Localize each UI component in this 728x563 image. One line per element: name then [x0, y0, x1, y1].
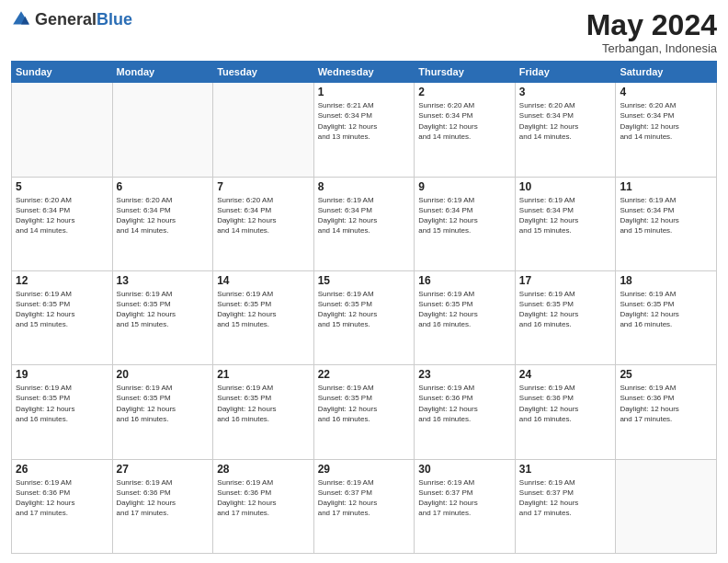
calendar-week-row: 1Sunrise: 6:21 AM Sunset: 6:34 PM Daylig… — [12, 83, 717, 177]
weekday-header: Sunday — [12, 62, 113, 83]
day-info: Sunrise: 6:19 AM Sunset: 6:36 PM Dayligh… — [217, 477, 310, 519]
day-number: 27 — [117, 463, 210, 476]
day-info: Sunrise: 6:19 AM Sunset: 6:35 PM Dayligh… — [217, 383, 310, 424]
calendar-table: SundayMondayTuesdayWednesdayThursdayFrid… — [11, 61, 717, 554]
day-number: 22 — [318, 368, 411, 381]
calendar-cell: 7Sunrise: 6:20 AM Sunset: 6:34 PM Daylig… — [213, 177, 314, 270]
day-number: 28 — [217, 463, 310, 476]
page: GeneralBlue May 2024 Terbangan, Indonesi… — [0, 0, 728, 563]
calendar-cell: 10Sunrise: 6:19 AM Sunset: 6:34 PM Dayli… — [515, 177, 616, 270]
day-number: 5 — [16, 180, 108, 193]
calendar-cell: 22Sunrise: 6:19 AM Sunset: 6:35 PM Dayli… — [313, 365, 415, 459]
calendar-cell: 17Sunrise: 6:19 AM Sunset: 6:35 PM Dayli… — [515, 270, 616, 364]
calendar-cell — [616, 459, 717, 553]
logo: GeneralBlue — [11, 9, 132, 29]
day-info: Sunrise: 6:19 AM Sunset: 6:37 PM Dayligh… — [418, 477, 511, 519]
calendar-cell: 12Sunrise: 6:19 AM Sunset: 6:35 PM Dayli… — [12, 270, 113, 364]
day-number: 7 — [217, 180, 310, 193]
day-number: 12 — [16, 274, 108, 287]
calendar-cell: 27Sunrise: 6:19 AM Sunset: 6:36 PM Dayli… — [112, 459, 213, 553]
calendar-cell: 1Sunrise: 6:21 AM Sunset: 6:34 PM Daylig… — [313, 83, 415, 177]
day-info: Sunrise: 6:19 AM Sunset: 6:35 PM Dayligh… — [318, 289, 411, 330]
day-number: 13 — [117, 274, 210, 287]
title-location: Terbangan, Indonesia — [586, 41, 717, 55]
day-info: Sunrise: 6:19 AM Sunset: 6:35 PM Dayligh… — [16, 289, 108, 330]
day-info: Sunrise: 6:19 AM Sunset: 6:34 PM Dayligh… — [318, 195, 411, 236]
calendar-cell: 8Sunrise: 6:19 AM Sunset: 6:34 PM Daylig… — [313, 177, 415, 270]
weekday-header: Tuesday — [213, 62, 314, 83]
day-info: Sunrise: 6:19 AM Sunset: 6:35 PM Dayligh… — [418, 289, 511, 330]
calendar-week-row: 5Sunrise: 6:20 AM Sunset: 6:34 PM Daylig… — [12, 177, 717, 270]
calendar-cell: 6Sunrise: 6:20 AM Sunset: 6:34 PM Daylig… — [112, 177, 213, 270]
calendar-cell: 11Sunrise: 6:19 AM Sunset: 6:34 PM Dayli… — [616, 177, 717, 270]
day-number: 21 — [217, 368, 310, 381]
calendar-cell: 25Sunrise: 6:19 AM Sunset: 6:36 PM Dayli… — [616, 365, 717, 459]
day-number: 31 — [519, 463, 612, 476]
day-number: 3 — [519, 86, 612, 98]
day-info: Sunrise: 6:20 AM Sunset: 6:34 PM Dayligh… — [519, 100, 612, 142]
calendar-cell: 21Sunrise: 6:19 AM Sunset: 6:35 PM Dayli… — [213, 365, 314, 459]
day-info: Sunrise: 6:21 AM Sunset: 6:34 PM Dayligh… — [318, 100, 411, 142]
day-number: 1 — [318, 86, 411, 98]
day-number: 4 — [620, 86, 712, 98]
day-number: 23 — [418, 368, 511, 381]
calendar-cell: 15Sunrise: 6:19 AM Sunset: 6:35 PM Dayli… — [313, 270, 415, 364]
day-info: Sunrise: 6:19 AM Sunset: 6:36 PM Dayligh… — [16, 477, 108, 519]
day-info: Sunrise: 6:19 AM Sunset: 6:37 PM Dayligh… — [519, 477, 612, 519]
calendar-cell: 30Sunrise: 6:19 AM Sunset: 6:37 PM Dayli… — [415, 459, 516, 553]
calendar-cell — [12, 83, 113, 177]
calendar-cell: 9Sunrise: 6:19 AM Sunset: 6:34 PM Daylig… — [415, 177, 516, 270]
title-month: May 2024 — [586, 9, 717, 41]
day-number: 10 — [519, 180, 612, 193]
day-info: Sunrise: 6:20 AM Sunset: 6:34 PM Dayligh… — [117, 195, 210, 236]
day-info: Sunrise: 6:20 AM Sunset: 6:34 PM Dayligh… — [418, 100, 511, 142]
weekday-header: Wednesday — [313, 62, 415, 83]
day-info: Sunrise: 6:20 AM Sunset: 6:34 PM Dayligh… — [16, 195, 108, 236]
day-number: 2 — [418, 86, 511, 98]
logo-icon — [11, 9, 31, 29]
day-info: Sunrise: 6:19 AM Sunset: 6:36 PM Dayligh… — [519, 383, 612, 424]
day-info: Sunrise: 6:20 AM Sunset: 6:34 PM Dayligh… — [620, 100, 712, 142]
day-number: 25 — [620, 368, 712, 381]
calendar-cell: 5Sunrise: 6:20 AM Sunset: 6:34 PM Daylig… — [12, 177, 113, 270]
day-info: Sunrise: 6:20 AM Sunset: 6:34 PM Dayligh… — [217, 195, 310, 236]
calendar-cell — [213, 83, 314, 177]
day-number: 16 — [418, 274, 511, 287]
day-info: Sunrise: 6:19 AM Sunset: 6:36 PM Dayligh… — [418, 383, 511, 424]
day-number: 20 — [117, 368, 210, 381]
day-info: Sunrise: 6:19 AM Sunset: 6:34 PM Dayligh… — [620, 195, 712, 236]
calendar-cell: 18Sunrise: 6:19 AM Sunset: 6:35 PM Dayli… — [616, 270, 717, 364]
day-number: 29 — [318, 463, 411, 476]
calendar-cell: 2Sunrise: 6:20 AM Sunset: 6:34 PM Daylig… — [415, 83, 516, 177]
calendar-cell: 13Sunrise: 6:19 AM Sunset: 6:35 PM Dayli… — [112, 270, 213, 364]
calendar-cell: 19Sunrise: 6:19 AM Sunset: 6:35 PM Dayli… — [12, 365, 113, 459]
day-number: 15 — [318, 274, 411, 287]
day-number: 19 — [16, 368, 108, 381]
weekday-header: Saturday — [616, 62, 717, 83]
calendar-cell: 26Sunrise: 6:19 AM Sunset: 6:36 PM Dayli… — [12, 459, 113, 553]
weekday-header: Friday — [515, 62, 616, 83]
day-info: Sunrise: 6:19 AM Sunset: 6:34 PM Dayligh… — [519, 195, 612, 236]
day-info: Sunrise: 6:19 AM Sunset: 6:35 PM Dayligh… — [318, 383, 411, 424]
day-info: Sunrise: 6:19 AM Sunset: 6:36 PM Dayligh… — [117, 477, 210, 519]
title-block: May 2024 Terbangan, Indonesia — [586, 9, 717, 55]
day-number: 6 — [117, 180, 210, 193]
day-info: Sunrise: 6:19 AM Sunset: 6:34 PM Dayligh… — [418, 195, 511, 236]
calendar-cell — [112, 83, 213, 177]
calendar-cell: 23Sunrise: 6:19 AM Sunset: 6:36 PM Dayli… — [415, 365, 516, 459]
weekday-header: Thursday — [415, 62, 516, 83]
day-info: Sunrise: 6:19 AM Sunset: 6:37 PM Dayligh… — [318, 477, 411, 519]
weekday-header-row: SundayMondayTuesdayWednesdayThursdayFrid… — [12, 62, 717, 83]
calendar-week-row: 19Sunrise: 6:19 AM Sunset: 6:35 PM Dayli… — [12, 365, 717, 459]
calendar-week-row: 26Sunrise: 6:19 AM Sunset: 6:36 PM Dayli… — [12, 459, 717, 553]
calendar-week-row: 12Sunrise: 6:19 AM Sunset: 6:35 PM Dayli… — [12, 270, 717, 364]
day-info: Sunrise: 6:19 AM Sunset: 6:35 PM Dayligh… — [217, 289, 310, 330]
day-info: Sunrise: 6:19 AM Sunset: 6:36 PM Dayligh… — [620, 383, 712, 424]
day-number: 17 — [519, 274, 612, 287]
day-info: Sunrise: 6:19 AM Sunset: 6:35 PM Dayligh… — [117, 383, 210, 424]
calendar-cell: 29Sunrise: 6:19 AM Sunset: 6:37 PM Dayli… — [313, 459, 415, 553]
day-number: 14 — [217, 274, 310, 287]
calendar-cell: 24Sunrise: 6:19 AM Sunset: 6:36 PM Dayli… — [515, 365, 616, 459]
day-number: 24 — [519, 368, 612, 381]
day-number: 9 — [418, 180, 511, 193]
